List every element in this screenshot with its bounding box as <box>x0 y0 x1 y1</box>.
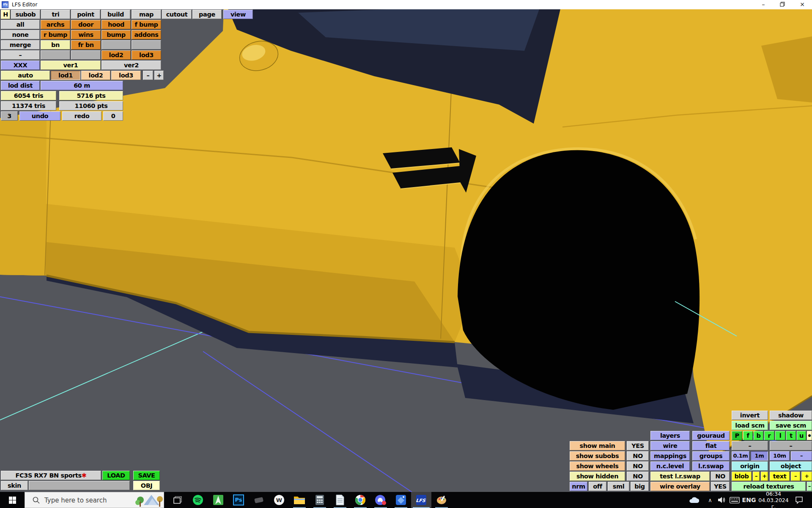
blank-button[interactable] <box>102 40 131 50</box>
text-minus-button[interactable]: – <box>791 472 800 481</box>
taskbar-icon-paint[interactable] <box>431 492 452 508</box>
wire-overlay-toggle[interactable]: YES <box>711 482 730 491</box>
layer-dot-button[interactable]: ● <box>807 431 812 440</box>
show-main-toggle[interactable]: YES <box>627 441 649 450</box>
layer-key-P[interactable]: P <box>732 431 742 440</box>
blob-button[interactable]: blob <box>732 472 752 481</box>
taskbar-icon-chrome[interactable] <box>350 492 370 508</box>
btn-door[interactable]: door <box>71 20 101 29</box>
btn-all[interactable]: all <box>1 20 40 29</box>
layer-key-u[interactable]: u <box>797 431 806 440</box>
menu-build[interactable]: build <box>101 10 130 19</box>
shadow-button[interactable]: shadow <box>770 411 812 420</box>
layer-key-t[interactable]: t <box>786 431 796 440</box>
onedrive-icon[interactable] <box>688 492 700 508</box>
btn-lod2[interactable]: lod2 <box>102 50 131 60</box>
clock[interactable]: 06:34 04.03.2024 г. <box>756 492 791 508</box>
blob-plus-button[interactable]: + <box>761 472 768 481</box>
show-subobs-toggle[interactable]: NO <box>627 451 649 461</box>
action-center-icon[interactable] <box>792 492 806 508</box>
menu-map[interactable]: map <box>132 10 161 19</box>
show-hidden-label[interactable]: show hidden <box>570 472 625 481</box>
test-lr-swap-toggle[interactable]: NO <box>711 472 730 481</box>
taskbar-icon-widget[interactable] <box>249 492 269 508</box>
wire-overlay-label[interactable]: wire overlay <box>650 482 710 491</box>
btn-none[interactable]: none <box>1 30 40 39</box>
task-view-button[interactable] <box>167 492 188 508</box>
btn-lod3[interactable]: lod3 <box>132 50 161 60</box>
lod-plus-button[interactable]: + <box>154 71 164 80</box>
show-hidden-toggle[interactable]: NO <box>627 472 649 481</box>
save-button[interactable]: SAVE <box>133 471 160 480</box>
off-button[interactable]: off <box>589 482 606 491</box>
btn-r-bump[interactable]: r bump <box>41 30 70 39</box>
mappings-button[interactable]: mappings <box>650 451 690 461</box>
btn-bump[interactable]: bump <box>102 30 131 39</box>
btn-bn[interactable]: bn <box>41 40 70 50</box>
dash-button[interactable]: – <box>732 441 768 450</box>
btn-addons[interactable]: addons <box>132 30 161 39</box>
layer-key-f[interactable]: f <box>743 431 753 440</box>
skin-name-field[interactable] <box>29 481 130 490</box>
btn-hood[interactable]: hood <box>102 20 131 29</box>
btn-wins[interactable]: wins <box>71 30 101 39</box>
dash-button[interactable]: – <box>770 441 812 450</box>
btn-xxx[interactable]: XXX <box>1 61 40 70</box>
taskbar-icon-photoshop[interactable]: Ps <box>228 492 249 508</box>
blank-button[interactable] <box>41 50 70 60</box>
origin-button[interactable]: origin <box>732 461 768 471</box>
nrm-button[interactable]: nrm <box>570 482 587 491</box>
grid-0-1m-button[interactable]: 0.1m <box>732 451 749 461</box>
wire-button[interactable]: wire <box>650 441 690 450</box>
groups-button[interactable]: groups <box>692 451 730 461</box>
menu-view[interactable]: view <box>223 10 253 19</box>
taskbar-icon-discord[interactable] <box>370 492 391 508</box>
tray-chevron-icon[interactable]: ∧ <box>705 492 715 508</box>
object-button[interactable]: object <box>770 461 812 471</box>
btn-merge[interactable]: merge <box>1 40 40 50</box>
skin-button[interactable]: skin <box>1 481 28 490</box>
layer-key-l[interactable]: l <box>775 431 785 440</box>
taskbar-icon-notepad[interactable] <box>330 492 350 508</box>
restore-button[interactable] <box>776 0 789 9</box>
save-scm-button[interactable]: save scm <box>770 421 812 430</box>
lod-dist-value[interactable]: 60 m <box>41 81 123 90</box>
btn-fr-bn[interactable]: fr bn <box>71 40 101 50</box>
taskbar-search[interactable]: Type here to search <box>25 492 164 508</box>
blob-minus-button[interactable]: – <box>753 472 760 481</box>
taskbar-icon-wattpad[interactable]: W <box>269 492 289 508</box>
reload-textures-button[interactable]: reload textures <box>732 482 806 491</box>
lod-minus-button[interactable]: – <box>143 71 153 80</box>
grid-dash-button[interactable]: – <box>791 451 812 461</box>
taskbar-icon-lfs-editor[interactable]: LFS <box>411 492 431 508</box>
gouraud-button[interactable]: gouraud <box>692 431 730 440</box>
start-button[interactable] <box>0 492 25 508</box>
layer-key-r[interactable]: r <box>764 431 774 440</box>
big-button[interactable]: big <box>631 482 649 491</box>
show-subobs-label[interactable]: show subobs <box>570 451 625 461</box>
taskbar-icon-photos[interactable] <box>391 492 411 508</box>
blank-button[interactable] <box>71 50 101 60</box>
grid-10m-button[interactable]: 10m <box>770 451 790 461</box>
taskbar-icon-spotify[interactable] <box>188 492 208 508</box>
btn-f-bump[interactable]: f bump <box>132 20 161 29</box>
nc-level-button[interactable]: n.c.level <box>650 461 690 471</box>
lr-swap-button[interactable]: l.r.swap <box>692 461 730 471</box>
text-button[interactable]: text <box>770 472 790 481</box>
menu-point[interactable]: point <box>71 10 100 19</box>
menu-h[interactable]: H <box>1 10 10 19</box>
minimize-button[interactable]: – <box>757 0 770 9</box>
invert-button[interactable]: invert <box>732 411 768 420</box>
load-button[interactable]: LOAD <box>102 471 130 480</box>
menu-subob[interactable]: subob <box>11 10 40 19</box>
layer-key-b[interactable]: b <box>754 431 763 440</box>
taskbar-icon-calculator[interactable] <box>310 492 330 508</box>
btn-lod2-level[interactable]: lod2 <box>81 71 110 80</box>
blank-button[interactable] <box>132 40 161 50</box>
touch-keyboard-icon[interactable] <box>728 492 741 508</box>
menu-cutout[interactable]: cutout <box>162 10 192 19</box>
show-main-label[interactable]: show main <box>570 441 625 450</box>
volume-icon[interactable] <box>716 492 727 508</box>
btn-lod1[interactable]: lod1 <box>51 71 80 80</box>
btn-archs[interactable]: archs <box>41 20 70 29</box>
